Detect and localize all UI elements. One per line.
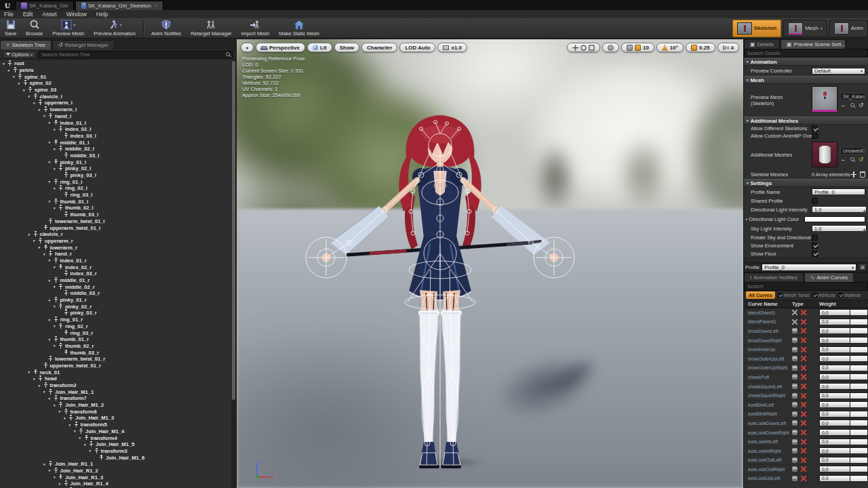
bone-tree-row[interactable]: ▾ transform4 bbox=[0, 434, 231, 441]
curve-weight-input[interactable]: 0,0 bbox=[819, 309, 850, 316]
curve-weight-spinner[interactable] bbox=[850, 355, 868, 362]
curve-weight-input[interactable]: 0,0 bbox=[819, 365, 850, 371]
curve-weight-spinner[interactable] bbox=[850, 392, 868, 399]
expand-caret-icon[interactable]: ▾ bbox=[49, 468, 54, 472]
scale-snap-button[interactable]: 0.25 bbox=[686, 43, 715, 52]
curve-row[interactable]: eyeLookOutRight 0,0 bbox=[744, 465, 868, 474]
curve-weight-input[interactable]: 0,0 bbox=[819, 411, 850, 418]
preview-viewport[interactable]: ▾ Perspective Lit Show Character LOD Aut… bbox=[237, 39, 743, 488]
filter-material[interactable]: Material bbox=[838, 293, 861, 298]
curves-search-input[interactable]: Search bbox=[744, 282, 868, 291]
show-environment-checkbox[interactable] bbox=[812, 243, 818, 249]
bone-tree-row[interactable]: ▾ Join_Hair_R1_3 bbox=[0, 474, 231, 481]
bone-tree-row[interactable]: ▾ Join_Hair_R1_1 bbox=[0, 461, 231, 468]
expand-caret-icon[interactable]: ▾ bbox=[33, 377, 38, 381]
curve-row[interactable]: cheekPuff 0,0 bbox=[744, 373, 868, 382]
curve-weight-spinner[interactable] bbox=[850, 365, 868, 371]
bone-tree-row[interactable]: ▾ upperarm_twist_01_l bbox=[0, 224, 231, 231]
perspective-button[interactable]: Perspective bbox=[256, 43, 305, 52]
details-search-input[interactable]: Search Details bbox=[744, 49, 868, 58]
bone-tree-row[interactable]: ▾ upperarm_l bbox=[0, 100, 231, 106]
curve-weight-input[interactable]: 0,0 bbox=[819, 373, 850, 380]
tree-scrollbar-thumb[interactable] bbox=[232, 61, 235, 400]
curve-weight-spinner[interactable] bbox=[850, 401, 868, 408]
tab-animation-notifies[interactable]: ! Animation Notifies bbox=[744, 272, 804, 282]
curve-weight-input[interactable]: 0,0 bbox=[819, 319, 850, 325]
bone-tree-row[interactable]: ▾ middle_02_r bbox=[0, 283, 231, 290]
shared-profile-checkbox[interactable] bbox=[812, 198, 818, 204]
profile-dropdown[interactable]: Profile_0▾ bbox=[762, 264, 856, 271]
bone-tree-row[interactable]: ▾ Join_Hair_M1_2 bbox=[0, 402, 231, 409]
dir-light-color-swatch[interactable] bbox=[804, 216, 865, 222]
reset-icon[interactable]: ↺ bbox=[859, 157, 864, 162]
bone-tree-row[interactable]: ▾ middle_03_l bbox=[0, 152, 231, 159]
bone-tree-row[interactable]: ▾ transform2 bbox=[0, 382, 231, 389]
bone-tree-row[interactable]: ▾ thumb_01_l bbox=[0, 198, 231, 205]
tab-anim-curves[interactable]: ∿ Anim Curves bbox=[804, 272, 854, 282]
anim-notifies-button[interactable]: Anim Notifies bbox=[146, 18, 186, 38]
curve-weight-spinner[interactable] bbox=[850, 466, 868, 472]
section-additional-meshes[interactable]: ▾Additional Meshes bbox=[744, 117, 868, 125]
bone-tree-row[interactable]: ▾ upperarm_r bbox=[0, 238, 231, 245]
expand-caret-icon[interactable]: ▾ bbox=[39, 245, 43, 249]
curve-row[interactable]: browDownLeft 0,0 bbox=[744, 327, 868, 336]
bone-tree-row[interactable]: ▾ transform5 bbox=[0, 422, 231, 428]
dir-light-intensity-input[interactable]: 1.0 bbox=[812, 206, 867, 213]
expand-caret-icon[interactable]: ▾ bbox=[54, 127, 58, 131]
bone-tree-row[interactable]: ▾ thumb_03_r bbox=[0, 349, 231, 356]
coordinate-system-button[interactable] bbox=[602, 43, 619, 52]
expand-caret-icon[interactable]: ▾ bbox=[49, 160, 54, 164]
allow-custom-animbp-checkbox[interactable] bbox=[812, 133, 818, 139]
allow-different-skeletons-checkbox[interactable] bbox=[812, 125, 818, 131]
expand-caret-icon[interactable]: ▾ bbox=[49, 140, 54, 144]
bone-tree-row[interactable]: ▾ index_03_l bbox=[0, 133, 231, 140]
expand-caret-icon[interactable]: ▾ bbox=[39, 384, 43, 388]
curve-row[interactable]: eyeLookOutLeft 0,0 bbox=[744, 456, 868, 466]
bone-tree-row[interactable]: ▾ pinky_01_l bbox=[0, 159, 231, 165]
expand-caret-icon[interactable]: ▾ bbox=[43, 462, 48, 466]
bone-tree-row[interactable]: ▾ transform6 bbox=[0, 408, 231, 415]
expand-caret-icon[interactable]: ▾ bbox=[49, 180, 54, 184]
menu-help[interactable]: Help bbox=[96, 11, 108, 18]
retarget-manager-button[interactable]: Retarget Manager bbox=[186, 18, 236, 38]
bone-tree-row[interactable]: ▾ head bbox=[0, 375, 231, 382]
bone-tree-row[interactable]: ▾ Join_Hair_M1_3 bbox=[0, 415, 231, 422]
use-selected-icon[interactable]: ← bbox=[840, 102, 846, 108]
curve-weight-spinner[interactable] bbox=[850, 337, 868, 344]
bone-tree-row[interactable]: ▾ middle_03_r bbox=[0, 290, 231, 297]
curve-weight-input[interactable]: 0,0 bbox=[819, 457, 850, 464]
section-mesh[interactable]: ▾Mesh bbox=[744, 76, 868, 84]
expand-caret-icon[interactable]: ▾ bbox=[54, 265, 58, 269]
curve-weight-spinner[interactable] bbox=[850, 327, 868, 334]
attribute-checkbox[interactable] bbox=[812, 293, 817, 298]
curve-row[interactable]: browOuterUpLeft 0,0 bbox=[744, 354, 868, 364]
curve-row[interactable]: eyeLookInLeft 0,0 bbox=[744, 437, 868, 447]
expand-caret-icon[interactable]: ▾ bbox=[49, 298, 54, 302]
preview-controller-dropdown[interactable]: Default▾ bbox=[812, 68, 865, 75]
curve-row[interactable]: eyeBlinkRight 0,0 bbox=[744, 410, 868, 420]
curve-weight-spinner[interactable] bbox=[850, 475, 868, 482]
expand-caret-icon[interactable]: ▾ bbox=[23, 88, 28, 92]
lit-button[interactable]: Lit bbox=[307, 43, 332, 52]
viewport-options-button[interactable]: ▾ bbox=[241, 43, 254, 52]
tree-scrollbar[interactable] bbox=[231, 60, 236, 488]
show-button[interactable]: Show bbox=[334, 43, 359, 52]
expand-caret-icon[interactable]: ▾ bbox=[43, 114, 48, 118]
bone-tree-row[interactable]: ▾ middle_01_r bbox=[0, 277, 231, 284]
bone-tree-row[interactable]: ▾ index_02_r bbox=[0, 264, 231, 270]
expand-caret-icon[interactable]: ▾ bbox=[28, 370, 33, 374]
bone-tree-row[interactable]: ▾ index_02_l bbox=[0, 126, 231, 133]
tab-preview-scene-settings[interactable]: ▣ Preview Scene Sett... bbox=[781, 39, 846, 49]
preview-mesh-thumbnail[interactable] bbox=[812, 86, 837, 112]
preview-mesh-button[interactable]: ▾ Preview Mesh bbox=[47, 18, 89, 38]
rotation-snap-button[interactable]: 10° bbox=[656, 43, 684, 52]
menu-edit[interactable]: Edit bbox=[23, 11, 33, 18]
curve-row[interactable]: browDownRight 0,0 bbox=[744, 336, 868, 346]
bone-tree-row[interactable]: ▾ pinky_02_r bbox=[0, 303, 231, 310]
all-curves-button[interactable]: All Curves bbox=[746, 291, 775, 299]
make-static-mesh-button[interactable]: Make Static Mesh bbox=[274, 18, 324, 38]
curve-weight-spinner[interactable] bbox=[850, 457, 868, 464]
curve-weight-input[interactable]: 0,0 bbox=[819, 327, 850, 334]
bone-tree-row[interactable]: ▾ lowerarm_twist_01_r bbox=[0, 356, 231, 363]
add-element-icon[interactable] bbox=[850, 171, 856, 178]
